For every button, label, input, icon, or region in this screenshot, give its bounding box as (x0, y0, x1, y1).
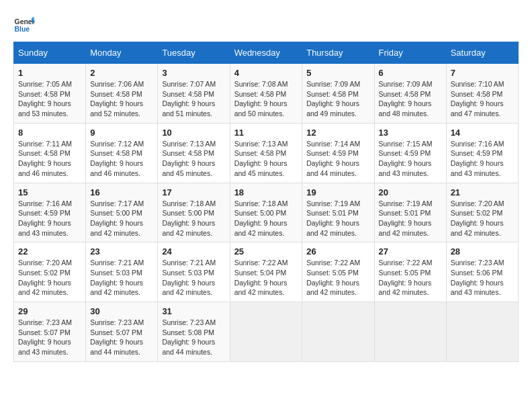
calendar-cell: 17 Sunrise: 7:18 AM Sunset: 5:00 PM Dayl… (158, 183, 230, 242)
day-number: 17 (162, 187, 225, 197)
calendar-cell: 26 Sunrise: 7:22 AM Sunset: 5:05 PM Dayl… (302, 242, 374, 302)
day-detail: Sunrise: 7:18 AM Sunset: 5:00 PM Dayligh… (162, 199, 225, 238)
day-detail: Sunrise: 7:07 AM Sunset: 4:58 PM Dayligh… (162, 79, 225, 119)
day-detail: Sunrise: 7:14 AM Sunset: 4:59 PM Dayligh… (306, 139, 369, 179)
day-detail: Sunrise: 7:20 AM Sunset: 5:02 PM Dayligh… (451, 199, 514, 238)
calendar-cell: 24 Sunrise: 7:21 AM Sunset: 5:03 PM Dayl… (158, 242, 230, 302)
calendar-cell: 13 Sunrise: 7:15 AM Sunset: 4:59 PM Dayl… (374, 123, 446, 183)
calendar-cell: 22 Sunrise: 7:20 AM Sunset: 5:02 PM Dayl… (14, 242, 86, 302)
calendar-cell: 27 Sunrise: 7:22 AM Sunset: 5:05 PM Dayl… (374, 242, 446, 302)
day-detail: Sunrise: 7:15 AM Sunset: 4:59 PM Dayligh… (379, 139, 442, 179)
day-number: 24 (162, 246, 225, 257)
calendar-week-2: 8 Sunrise: 7:11 AM Sunset: 4:58 PM Dayli… (14, 123, 519, 183)
calendar-cell: 23 Sunrise: 7:21 AM Sunset: 5:03 PM Dayl… (86, 242, 158, 302)
calendar-week-3: 15 Sunrise: 7:16 AM Sunset: 4:59 PM Dayl… (14, 183, 519, 242)
day-detail: Sunrise: 7:10 AM Sunset: 4:58 PM Dayligh… (451, 79, 514, 119)
weekday-header-monday: Monday (86, 42, 158, 64)
weekday-header-tuesday: Tuesday (158, 42, 230, 64)
day-detail: Sunrise: 7:23 AM Sunset: 5:07 PM Dayligh… (90, 318, 153, 357)
day-number: 15 (18, 187, 81, 197)
day-number: 11 (234, 128, 298, 138)
day-detail: Sunrise: 7:11 AM Sunset: 4:58 PM Dayligh… (18, 139, 81, 179)
day-number: 29 (18, 306, 81, 316)
calendar-table: SundayMondayTuesdayWednesdayThursdayFrid… (13, 42, 519, 362)
calendar-cell (374, 302, 446, 362)
day-number: 18 (234, 187, 298, 197)
day-detail: Sunrise: 7:19 AM Sunset: 5:01 PM Dayligh… (306, 199, 369, 238)
day-detail: Sunrise: 7:16 AM Sunset: 4:59 PM Dayligh… (451, 139, 514, 179)
calendar-cell (446, 302, 518, 362)
day-detail: Sunrise: 7:22 AM Sunset: 5:05 PM Dayligh… (306, 258, 369, 298)
day-detail: Sunrise: 7:19 AM Sunset: 5:01 PM Dayligh… (379, 199, 442, 238)
calendar-cell: 5 Sunrise: 7:09 AM Sunset: 4:58 PM Dayli… (302, 64, 374, 124)
day-detail: Sunrise: 7:16 AM Sunset: 4:59 PM Dayligh… (18, 199, 81, 238)
logo-icon: General Blue (13, 13, 35, 35)
calendar-cell: 28 Sunrise: 7:23 AM Sunset: 5:06 PM Dayl… (446, 242, 518, 302)
day-number: 16 (90, 187, 153, 197)
weekday-header-thursday: Thursday (302, 42, 374, 64)
day-detail: Sunrise: 7:20 AM Sunset: 5:02 PM Dayligh… (18, 258, 81, 298)
day-number: 10 (162, 128, 225, 138)
day-number: 7 (451, 68, 514, 78)
day-number: 5 (306, 68, 369, 78)
calendar-cell: 2 Sunrise: 7:06 AM Sunset: 4:58 PM Dayli… (86, 64, 158, 124)
weekday-header-sunday: Sunday (14, 42, 86, 64)
day-number: 22 (18, 246, 81, 257)
page-header: General Blue (13, 13, 519, 35)
calendar-cell: 21 Sunrise: 7:20 AM Sunset: 5:02 PM Dayl… (446, 183, 518, 242)
day-detail: Sunrise: 7:05 AM Sunset: 4:58 PM Dayligh… (18, 79, 81, 119)
day-detail: Sunrise: 7:06 AM Sunset: 4:58 PM Dayligh… (90, 79, 153, 119)
calendar-cell: 29 Sunrise: 7:23 AM Sunset: 5:07 PM Dayl… (14, 302, 86, 362)
day-number: 23 (90, 246, 153, 257)
calendar-cell (302, 302, 374, 362)
day-detail: Sunrise: 7:17 AM Sunset: 5:00 PM Dayligh… (90, 199, 153, 238)
day-number: 20 (379, 187, 442, 197)
calendar-cell: 19 Sunrise: 7:19 AM Sunset: 5:01 PM Dayl… (302, 183, 374, 242)
calendar-cell: 30 Sunrise: 7:23 AM Sunset: 5:07 PM Dayl… (86, 302, 158, 362)
day-number: 28 (451, 246, 514, 257)
calendar-cell: 14 Sunrise: 7:16 AM Sunset: 4:59 PM Dayl… (446, 123, 518, 183)
day-number: 3 (162, 68, 225, 78)
day-number: 31 (162, 306, 225, 316)
calendar-cell: 10 Sunrise: 7:13 AM Sunset: 4:58 PM Dayl… (158, 123, 230, 183)
weekday-header-friday: Friday (374, 42, 446, 64)
day-detail: Sunrise: 7:22 AM Sunset: 5:04 PM Dayligh… (234, 258, 298, 298)
day-number: 6 (379, 68, 442, 78)
day-number: 2 (90, 68, 153, 78)
calendar-cell: 12 Sunrise: 7:14 AM Sunset: 4:59 PM Dayl… (302, 123, 374, 183)
day-detail: Sunrise: 7:08 AM Sunset: 4:58 PM Dayligh… (234, 79, 298, 119)
day-detail: Sunrise: 7:13 AM Sunset: 4:58 PM Dayligh… (234, 139, 298, 179)
day-detail: Sunrise: 7:21 AM Sunset: 5:03 PM Dayligh… (90, 258, 153, 298)
calendar-week-4: 22 Sunrise: 7:20 AM Sunset: 5:02 PM Dayl… (14, 242, 519, 302)
day-detail: Sunrise: 7:18 AM Sunset: 5:00 PM Dayligh… (234, 199, 298, 238)
calendar-cell: 15 Sunrise: 7:16 AM Sunset: 4:59 PM Dayl… (14, 183, 86, 242)
day-detail: Sunrise: 7:22 AM Sunset: 5:05 PM Dayligh… (379, 258, 442, 298)
day-detail: Sunrise: 7:21 AM Sunset: 5:03 PM Dayligh… (162, 258, 225, 298)
day-detail: Sunrise: 7:13 AM Sunset: 4:58 PM Dayligh… (162, 139, 225, 179)
calendar-week-5: 29 Sunrise: 7:23 AM Sunset: 5:07 PM Dayl… (14, 302, 519, 362)
day-detail: Sunrise: 7:09 AM Sunset: 4:58 PM Dayligh… (306, 79, 369, 119)
calendar-cell: 1 Sunrise: 7:05 AM Sunset: 4:58 PM Dayli… (14, 64, 86, 124)
day-number: 14 (451, 128, 514, 138)
day-number: 19 (306, 187, 369, 197)
calendar-week-1: 1 Sunrise: 7:05 AM Sunset: 4:58 PM Dayli… (14, 64, 519, 124)
day-number: 13 (379, 128, 442, 138)
day-number: 8 (18, 128, 81, 138)
calendar-cell: 3 Sunrise: 7:07 AM Sunset: 4:58 PM Dayli… (158, 64, 230, 124)
weekday-header-wednesday: Wednesday (230, 42, 302, 64)
calendar-cell: 6 Sunrise: 7:09 AM Sunset: 4:58 PM Dayli… (374, 64, 446, 124)
calendar-cell: 16 Sunrise: 7:17 AM Sunset: 5:00 PM Dayl… (86, 183, 158, 242)
day-detail: Sunrise: 7:23 AM Sunset: 5:06 PM Dayligh… (451, 258, 514, 298)
calendar-cell: 9 Sunrise: 7:12 AM Sunset: 4:58 PM Dayli… (86, 123, 158, 183)
svg-text:Blue: Blue (15, 26, 30, 33)
day-number: 1 (18, 68, 81, 78)
day-number: 21 (451, 187, 514, 197)
calendar-cell (230, 302, 302, 362)
day-number: 26 (306, 246, 369, 257)
day-number: 25 (234, 246, 298, 257)
day-number: 12 (306, 128, 369, 138)
day-number: 30 (90, 306, 153, 316)
calendar-header-row: SundayMondayTuesdayWednesdayThursdayFrid… (14, 42, 519, 64)
day-detail: Sunrise: 7:23 AM Sunset: 5:08 PM Dayligh… (162, 318, 225, 357)
day-number: 4 (234, 68, 298, 78)
